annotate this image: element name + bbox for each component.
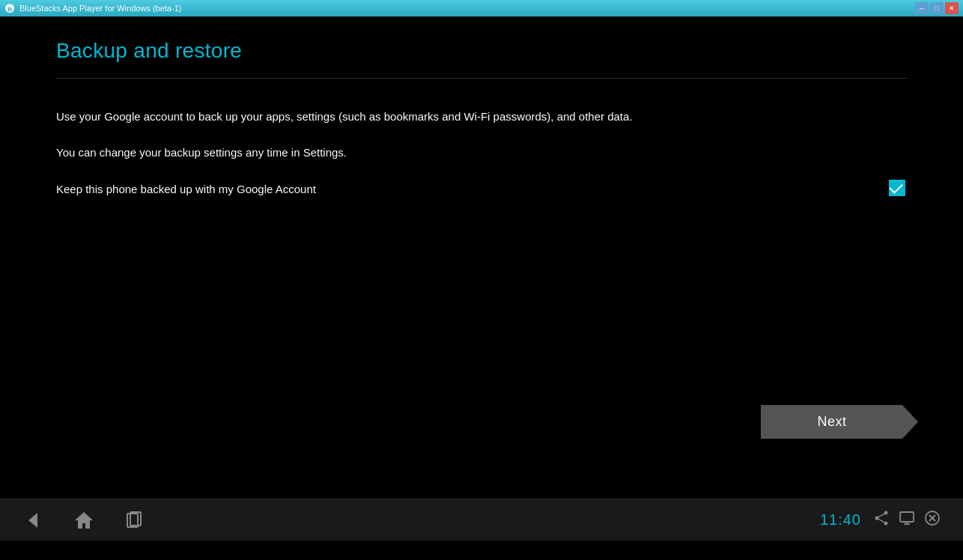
svg-marker-3 xyxy=(75,512,93,529)
title-bar-left: B BlueStacks App Player for Windows (bet… xyxy=(4,3,181,13)
clock: 11:40 xyxy=(820,511,861,529)
next-button-container: Next xyxy=(761,405,918,439)
app-icon: B xyxy=(4,3,15,13)
svg-line-9 xyxy=(878,514,884,517)
svg-point-7 xyxy=(884,522,888,526)
svg-point-8 xyxy=(875,517,879,520)
back-icon xyxy=(22,510,43,531)
system-tray: 11:40 xyxy=(820,510,941,530)
title-bar: B BlueStacks App Player for Windows (bet… xyxy=(0,0,963,16)
backup-checkbox[interactable] xyxy=(889,180,907,198)
svg-rect-11 xyxy=(900,512,914,522)
divider xyxy=(56,78,907,79)
backup-option-label: Keep this phone backed up with my Google… xyxy=(56,183,316,195)
description-1: Use your Google account to back up your … xyxy=(56,109,907,126)
page-content: Backup and restore Use your Google accou… xyxy=(0,16,963,499)
next-button[interactable]: Next xyxy=(761,405,918,439)
checkbox-visual xyxy=(889,180,905,196)
svg-text:B: B xyxy=(7,6,12,13)
home-icon xyxy=(73,510,94,531)
description-2: You can change your backup settings any … xyxy=(56,144,907,162)
main-area: Backup and restore Use your Google accou… xyxy=(0,16,963,541)
tray-close-icon[interactable] xyxy=(924,510,941,530)
page-title: Backup and restore xyxy=(56,39,907,63)
svg-line-10 xyxy=(878,519,884,522)
tray-icons xyxy=(873,510,941,530)
svg-point-6 xyxy=(884,511,888,515)
display-icon[interactable] xyxy=(899,510,915,530)
svg-marker-2 xyxy=(28,513,37,528)
maximize-button[interactable]: □ xyxy=(930,2,944,14)
nav-icons xyxy=(22,510,145,531)
recents-icon xyxy=(124,510,145,531)
bottom-bar: 11:40 xyxy=(0,499,963,541)
recents-button[interactable] xyxy=(124,510,145,531)
close-button[interactable]: ✕ xyxy=(945,2,959,14)
share-icon[interactable] xyxy=(873,510,890,530)
back-button[interactable] xyxy=(22,510,43,531)
backup-option-row: Keep this phone backed up with my Google… xyxy=(56,180,907,198)
minimize-button[interactable]: ─ xyxy=(915,2,929,14)
home-button[interactable] xyxy=(73,510,94,531)
app-title: BlueStacks App Player for Windows (beta-… xyxy=(19,4,181,13)
title-bar-controls: ─ □ ✕ xyxy=(915,2,959,14)
